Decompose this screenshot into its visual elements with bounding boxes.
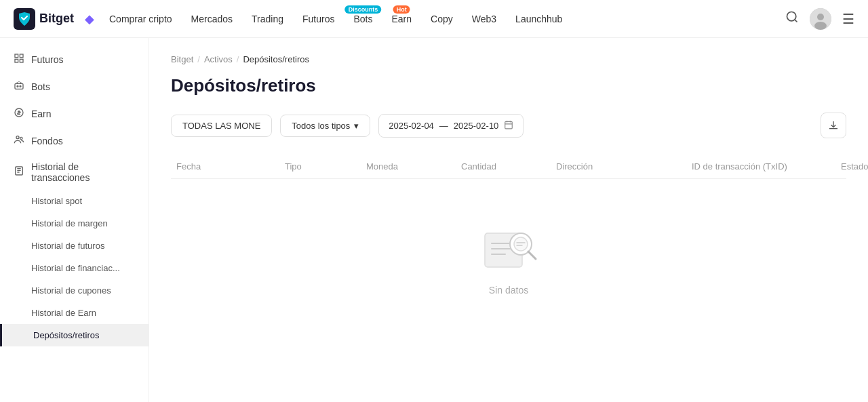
hamburger-icon[interactable]: ☰ (842, 11, 854, 27)
sidebar-label-futuros: Futuros (31, 54, 63, 65)
export-btn[interactable] (821, 113, 846, 138)
avatar[interactable] (810, 8, 831, 30)
table-header: Fecha Tipo Moneda Cantidad Dirección ID … (171, 155, 846, 179)
sidebar-sub-spot[interactable]: Historial spot (0, 190, 149, 212)
sidebar-sub-earn[interactable]: Historial de Earn (0, 302, 149, 324)
sidebar-sub-label-cupones: Historial de cupones (31, 285, 111, 296)
badge-bots: Discounts (345, 5, 382, 14)
sidebar-item-bots[interactable]: Bots (0, 73, 149, 100)
nav-item-trading[interactable]: Trading (243, 9, 292, 28)
sidebar-sub-label-financiac: Historial de financiac... (31, 263, 120, 273)
logo-text: Bitget (39, 12, 74, 26)
nav-item-mercados[interactable]: Mercados (183, 9, 241, 28)
svg-rect-8 (20, 59, 23, 62)
sidebar-item-earn[interactable]: Earn (0, 100, 149, 127)
sidebar-sub-futuros[interactable]: Historial de futuros (0, 235, 149, 257)
sidebar-label-fondos: Fondos (31, 136, 63, 146)
type-filter-btn[interactable]: Todos los tipos ▾ (280, 115, 370, 137)
sidebar-sub-label-depositos: Depósitos/retiros (33, 330, 100, 340)
breadcrumb: Bitget / Activos / Depósitos/retiros (171, 54, 846, 64)
sidebar-item-futuros[interactable]: Futuros (0, 46, 149, 73)
nav-item-futuros[interactable]: Futuros (294, 9, 342, 28)
currency-filter-btn[interactable]: TODAS LAS MONE (171, 115, 272, 137)
svg-point-14 (20, 137, 22, 139)
nav-item-comprar[interactable]: Comprar cripto (101, 9, 180, 28)
futuros-icon (14, 53, 24, 66)
nav-right: ☰ (785, 8, 854, 30)
nav-item-web3[interactable]: Web3 (464, 9, 505, 28)
sidebar-item-historial[interactable]: Historial de transacciones (0, 155, 149, 190)
svg-rect-7 (15, 59, 18, 62)
sidebar-item-fondos[interactable]: Fondos (0, 127, 149, 155)
top-nav: Bitget ◆ Comprar criptoMercadosTradingFu… (0, 0, 868, 38)
svg-point-22 (514, 237, 528, 251)
main-content: Bitget / Activos / Depósitos/retiros Dep… (149, 38, 868, 402)
nav-item-copy[interactable]: Copy (422, 9, 461, 28)
sidebar-sub-depositos[interactable]: Depósitos/retiros (0, 324, 149, 346)
svg-rect-9 (15, 83, 23, 89)
svg-line-23 (528, 252, 536, 259)
diamond-icon: ◆ (85, 12, 94, 26)
svg-point-1 (787, 12, 796, 21)
col-tipo: Tipo (279, 161, 361, 172)
calendar-icon (504, 120, 513, 132)
logo[interactable]: Bitget (14, 8, 74, 30)
earn-icon (14, 107, 24, 121)
breadcrumb-bitget[interactable]: Bitget (171, 54, 193, 64)
breadcrumb-sep-2: / (237, 54, 239, 64)
svg-point-3 (817, 14, 824, 20)
sidebar-sub-label-spot: Historial spot (31, 196, 82, 206)
empty-illustration (475, 220, 542, 274)
svg-point-13 (16, 136, 19, 139)
col-moneda: Moneda (361, 161, 456, 172)
svg-point-11 (20, 85, 21, 87)
nav-item-earn[interactable]: EarnHot (384, 9, 420, 28)
sidebar: Futuros Bots Earn Fondos Historial de tr… (0, 38, 149, 402)
date-range-picker[interactable]: 2025-02-04 — 2025-02-10 (378, 114, 524, 138)
col-direccion: Dirección (551, 161, 686, 172)
type-filter-label: Todos los tipos (292, 121, 350, 131)
svg-point-4 (814, 22, 827, 30)
sidebar-label-historial: Historial de transacciones (31, 161, 135, 183)
search-icon[interactable] (785, 10, 799, 27)
empty-text: Sin datos (489, 285, 528, 296)
date-to: 2025-02-10 (454, 121, 499, 131)
svg-rect-6 (20, 54, 23, 58)
sidebar-label-bots: Bots (31, 81, 50, 92)
svg-rect-16 (505, 121, 513, 129)
date-from: 2025-02-04 (389, 121, 434, 131)
nav-item-bots[interactable]: BotsDiscounts (345, 9, 380, 28)
breadcrumb-sep-1: / (197, 54, 200, 64)
nav-item-launchhub[interactable]: Launchhub (507, 9, 570, 28)
col-cantidad: Cantidad (456, 161, 551, 172)
historial-icon (14, 165, 24, 179)
sidebar-sub-label-futuros: Historial de futuros (31, 241, 104, 251)
svg-point-10 (17, 85, 18, 87)
date-separator: — (439, 121, 448, 131)
sidebar-sub-cupones[interactable]: Historial de cupones (0, 279, 149, 302)
bots-icon (14, 80, 24, 94)
col-fecha: Fecha (171, 161, 279, 172)
badge-earn: Hot (393, 5, 410, 14)
sidebar-sub-margen[interactable]: Historial de margen (0, 212, 149, 235)
layout: Futuros Bots Earn Fondos Historial de tr… (0, 38, 868, 402)
breadcrumb-current: Depósitos/retiros (243, 54, 309, 64)
sidebar-label-earn: Earn (31, 108, 52, 119)
sidebar-sub-label-margen: Historial de margen (31, 218, 108, 228)
nav-items: Comprar criptoMercadosTradingFuturosBots… (101, 9, 785, 28)
svg-rect-5 (15, 54, 18, 58)
col-estado: Estado (835, 161, 868, 172)
filters-row: TODAS LAS MONE Todos los tipos ▾ 2025-02… (171, 113, 846, 138)
col-txid: ID de transacción (TxID) (686, 161, 835, 172)
sidebar-sub-label-earn: Historial de Earn (31, 308, 96, 318)
type-chevron-icon: ▾ (354, 121, 359, 131)
currency-filter-label: TODAS LAS MONE (182, 121, 260, 131)
fondos-icon (14, 134, 24, 148)
sidebar-sub-financiac[interactable]: Historial de financiac... (0, 257, 149, 279)
empty-state: Sin datos (171, 179, 846, 336)
breadcrumb-activos[interactable]: Activos (204, 54, 233, 64)
page-title: Depósitos/retiros (171, 75, 846, 96)
